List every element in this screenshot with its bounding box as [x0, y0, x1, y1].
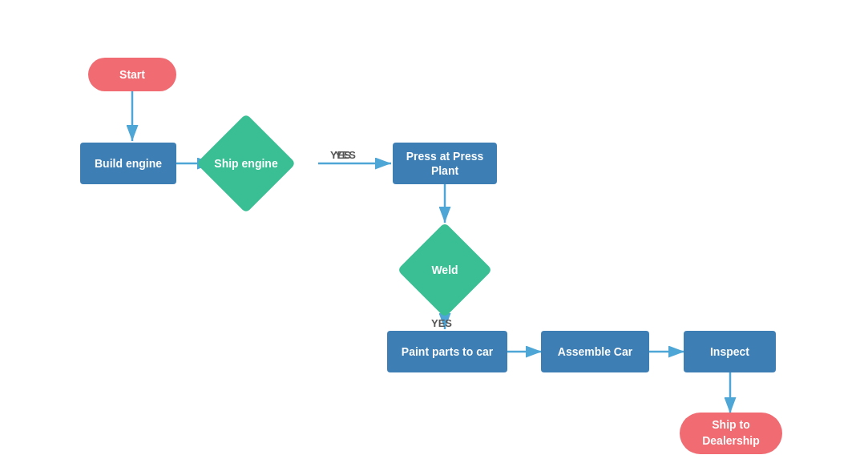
flowchart: YES YES YES Start Build engine Ship engi… [0, 0, 868, 475]
ship-dealership-label: Ship toDealership [702, 417, 760, 449]
weld-diamond-wrapper: Weld [395, 220, 495, 320]
svg-text:YES: YES [335, 149, 356, 161]
weld-diamond [398, 223, 493, 318]
press-plant-node: Press at PressPlant [393, 143, 497, 184]
start-label: Start [119, 68, 145, 81]
build-engine-label: Build engine [95, 157, 162, 170]
ship-engine-diamond-wrapper: Ship engine [194, 111, 298, 215]
inspect-node: Inspect [684, 331, 776, 372]
start-node: Start [88, 58, 176, 91]
press-plant-label: Press at PressPlant [406, 149, 484, 178]
assemble-car-label: Assemble Car [558, 345, 632, 358]
build-engine-node: Build engine [80, 143, 176, 184]
paint-parts-label: Paint parts to car [402, 345, 493, 358]
ship-engine-diamond [196, 114, 296, 213]
yes-label-ship: YES [330, 149, 351, 161]
ship-dealership-node: Ship toDealership [680, 413, 782, 454]
assemble-car-node: Assemble Car [541, 331, 649, 372]
paint-parts-node: Paint parts to car [387, 331, 507, 372]
inspect-label: Inspect [710, 345, 749, 358]
